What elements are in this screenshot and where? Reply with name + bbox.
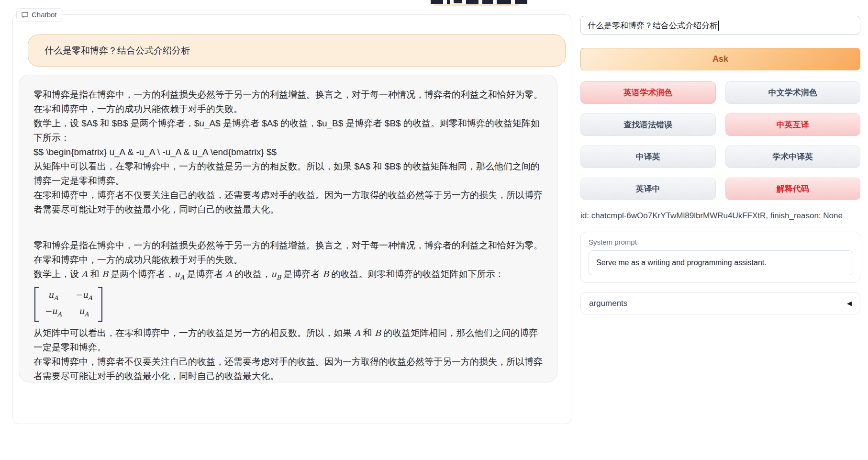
quick-button-en-to-zh[interactable]: 英译中 bbox=[580, 178, 716, 200]
quick-button-zh-en-mutual-translate[interactable]: 中英互译 bbox=[725, 113, 861, 136]
system-prompt-input[interactable]: Serve me as a writing and programming as… bbox=[589, 250, 853, 275]
ask-button[interactable]: Ask bbox=[580, 48, 860, 70]
system-prompt-label: System prompt bbox=[589, 238, 637, 246]
bot-raw-paragraph-1: 零和博弈是指在博弈中，一方的利益损失必然等于另一方的利益增益。换言之，对于每一种… bbox=[33, 88, 543, 116]
clipped-title-underline bbox=[434, 4, 519, 6]
system-prompt-card: System prompt Serve me as a writing and … bbox=[580, 232, 860, 283]
payoff-matrix: uA −uA −uA uA bbox=[34, 287, 102, 322]
quick-actions-grid: 英语学术润色 中文学术润色 查找语法错误 中英互译 中译英 学术中译英 英译中 … bbox=[580, 81, 860, 200]
question-input[interactable]: 什么是零和博弈？结合公式介绍分析 bbox=[580, 16, 860, 35]
chatbot-panel: Chatbot 什么是零和博弈？结合公式介绍分析 零和博弈是指在博弈中，一方的利… bbox=[12, 14, 571, 424]
bot-message-bubble: 零和博弈是指在博弈中，一方的利益损失必然等于另一方的利益增益。换言之，对于每一种… bbox=[19, 75, 557, 382]
response-status-line: id: chatcmpl-6wOo7KrYTwMl89lbrMWRu4UkFFX… bbox=[580, 211, 860, 221]
chatbot-label-chip: Chatbot bbox=[16, 8, 63, 22]
question-input-value: 什么是零和博弈？结合公式介绍分析 bbox=[588, 20, 718, 31]
bot-rendered-paragraph-4: 从矩阵中可以看出，在零和博弈中，一方的收益是另一方的相反数。所以，如果 A 和 … bbox=[33, 326, 543, 355]
chat-bubble-icon bbox=[21, 11, 29, 19]
chatbot-label: Chatbot bbox=[32, 11, 57, 19]
user-message-text: 什么是零和博弈？结合公式介绍分析 bbox=[45, 45, 190, 57]
matrix-left-bracket bbox=[34, 287, 39, 322]
paragraph-gap bbox=[33, 217, 543, 238]
quick-button-zh-to-en[interactable]: 中译英 bbox=[580, 146, 716, 168]
quick-button-academic-zh-to-en[interactable]: 学术中译英 bbox=[725, 146, 861, 168]
quick-button-chinese-academic-polish[interactable]: 中文学术润色 bbox=[725, 81, 861, 104]
bot-rendered-paragraph-2: 数学上，设 A 和 B 是两个博弈者，uA 是博弈者 A 的收益，uB 是博弈者… bbox=[33, 267, 543, 285]
bot-rendered-paragraph-5: 在零和博弈中，博弈者不仅要关注自己的收益，还需要考虑对手的收益。因为一方取得的收… bbox=[33, 355, 543, 382]
quick-button-english-academic-polish[interactable]: 英语学术润色 bbox=[580, 81, 716, 104]
quick-button-find-grammar-errors[interactable]: 查找语法错误 bbox=[580, 113, 716, 136]
quick-button-explain-code[interactable]: 解释代码 bbox=[725, 178, 861, 200]
accordion-collapse-icon: ◀ bbox=[847, 300, 852, 307]
bot-raw-paragraph-2: 数学上，设 $A$ 和 $B$ 是两个博弈者，$u_A$ 是博弈者 $A$ 的收… bbox=[33, 116, 543, 145]
bot-rendered-paragraph-1: 零和博弈是指在博弈中，一方的利益损失必然等于另一方的利益增益。换言之，对于每一种… bbox=[33, 238, 543, 267]
clipped-page-title bbox=[427, 0, 542, 6]
bot-raw-paragraph-4: 从矩阵中可以看出，在零和博弈中，一方的收益是另一方的相反数。所以，如果 $A$ … bbox=[33, 159, 543, 188]
bot-raw-latex-formula: $$ \begin{bmatrix} u_A & -u_A \ -u_A & u… bbox=[33, 145, 543, 159]
bot-raw-paragraph-5: 在零和博弈中，博弈者不仅要关注自己的收益，还需要考虑对手的收益。因为一方取得的收… bbox=[33, 188, 543, 217]
arguments-accordion-label: arguments bbox=[589, 299, 627, 308]
matrix-right-bracket bbox=[98, 287, 102, 322]
text-cursor bbox=[718, 21, 719, 31]
user-message-bubble: 什么是零和博弈？结合公式介绍分析 bbox=[28, 34, 566, 67]
arguments-accordion-header[interactable]: arguments ◀ bbox=[580, 292, 860, 314]
